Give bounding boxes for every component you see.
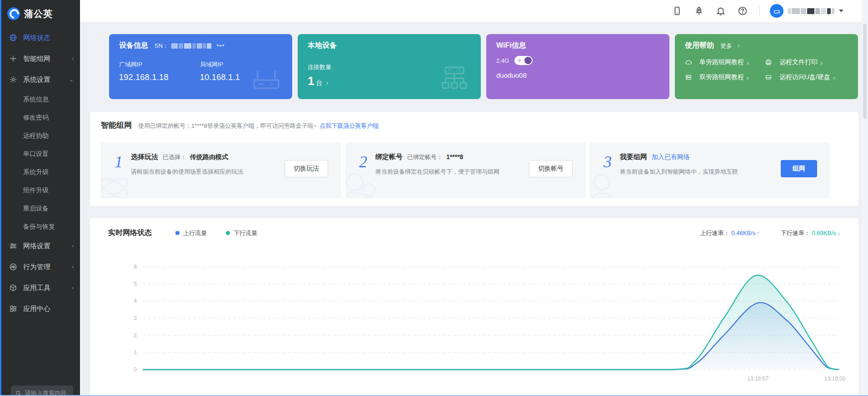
sliders-icon: [9, 242, 17, 250]
step-meta-value: 1****8: [446, 153, 463, 160]
wifi-info-card: WiFi信息 2.4G duoduo08: [486, 34, 669, 99]
svg-text:5: 5: [134, 281, 137, 287]
step-action-button[interactable]: 切换帐号: [529, 160, 573, 177]
grid-icon: [9, 305, 17, 313]
sn-masked-value: [171, 43, 212, 49]
sidebar-item-network-settings[interactable]: 网络设置›: [0, 236, 80, 256]
sidebar-item-label: 智能组网: [23, 55, 72, 63]
rocket-icon[interactable]: [694, 6, 704, 16]
step-number: 3: [604, 154, 612, 198]
sidebar-item-label: 网络设置: [23, 242, 72, 251]
wifi-toggle[interactable]: [514, 56, 533, 65]
sidebar-item-label: 网络状态: [23, 34, 74, 42]
chevron-down-icon[interactable]: [839, 10, 843, 12]
svg-text:13:19:00: 13:19:00: [824, 376, 846, 382]
wifi-band-label: 2.4G: [496, 57, 509, 64]
help-link-label: 远程文件打印: [779, 58, 818, 66]
step-meta-value: 传统路由模式: [190, 153, 228, 161]
local-devices-card: 本地设备 连接数量 1 台 ›: [298, 34, 481, 99]
help-link[interactable]: 双旁路组网教程›: [685, 73, 765, 81]
window-edge-left: [0, 0, 1, 396]
sidebar-nav: 网络状态智能组网›系统设置⌄系统信息修改密码远程协助串口设置系统升级组件升级重启…: [0, 27, 80, 319]
join-network-link[interactable]: 加入已有网络: [652, 153, 690, 161]
sidebar-item-label: 行为管理: [23, 263, 72, 271]
topbar-divider: [759, 6, 760, 16]
smart-network-panel: 智能组网 使用已绑定的帐号：1****8登录蒲公英客户端，即可访问旁路盒子啦~ …: [90, 112, 858, 206]
toggle-knob: [524, 57, 532, 64]
sidebar-item-label: 系统设置: [23, 75, 69, 84]
scrollbar-thumb[interactable]: [863, 24, 867, 119]
box-icon: [9, 284, 17, 292]
sidebar-subitem[interactable]: 系统信息: [0, 90, 80, 108]
device-info-card: 设备信息 SN： 广域网IP 192.168.1.18 局域网IP 10.168…: [109, 34, 292, 99]
setup-steps: 1选择玩法已选择：传统路由模式请根据当前设备的使用场景选择相应的玩法切换玩法2绑…: [101, 143, 830, 198]
connection-count-unit: 台: [316, 79, 322, 87]
chevron-right-icon: ›: [72, 243, 74, 249]
printer-icon: [765, 59, 772, 66]
main-content: 设备信息 SN： 广域网IP 192.168.1.18 局域网IP 10.168…: [80, 22, 862, 396]
sidebar-item-behavior-management[interactable]: 行为管理›: [0, 256, 80, 277]
chevron-right-icon: ›: [72, 285, 74, 291]
network-tree-bg-icon: [440, 65, 469, 91]
chevron-right-icon: ›: [738, 41, 740, 49]
smartnet-title: 智能组网: [101, 120, 132, 130]
chevron-right-icon: ›: [72, 264, 74, 270]
sidebar-subitem[interactable]: 远程协助: [0, 126, 80, 145]
sidebar-subitem[interactable]: 组件升级: [0, 181, 80, 199]
svg-text:13:18:57: 13:18:57: [747, 376, 768, 382]
sidebar-search-input[interactable]: 请输入搜索内容: [11, 386, 73, 396]
sidebar-subitem[interactable]: 串口设置: [0, 145, 80, 163]
help-link[interactable]: 单旁路组网教程›: [685, 58, 765, 66]
setup-step-1: 1选择玩法已选择：传统路由模式请根据当前设备的使用场景选择相应的玩法切换玩法: [101, 143, 341, 198]
local-card-title: 本地设备: [308, 41, 471, 50]
topbar: [80, 0, 862, 22]
bell-icon[interactable]: [716, 6, 726, 16]
smartnet-subtitle: 使用已绑定的帐号：1****8登录蒲公英客户端，即可访问旁路盒子啦~: [138, 122, 317, 130]
help-card-title: 使用帮助: [685, 41, 714, 50]
chevron-right-icon: ›: [72, 55, 74, 62]
sidebar-item-label: 应用工具: [23, 284, 72, 292]
brand-logo-icon: [7, 7, 20, 20]
sidebar-subitem[interactable]: 系统升级: [0, 163, 80, 181]
chevron-right-icon: ›: [820, 59, 823, 66]
sn-label: SN：: [155, 42, 169, 50]
user-name-masked[interactable]: [788, 8, 835, 14]
sidebar-item-app-tools[interactable]: 应用工具›: [0, 277, 80, 298]
sidebar-item-system-settings[interactable]: 系统设置⌄: [0, 69, 80, 90]
help-links-grid: 单旁路组网教程›远程文件打印›双旁路组网教程›远程访问U盘/硬盘›: [685, 58, 848, 81]
svg-text:6: 6: [134, 264, 137, 270]
help-icon[interactable]: [738, 6, 748, 16]
sidebar-item-network-status[interactable]: 网络状态: [0, 27, 80, 48]
disk-icon: [765, 74, 772, 81]
svg-text:1: 1: [134, 349, 137, 356]
svg-text:0: 0: [134, 366, 137, 373]
help-link[interactable]: 远程文件打印›: [765, 58, 848, 66]
sidebar-subitem[interactable]: 备份与恢复: [0, 217, 80, 236]
sidebar-submenu: 系统信息修改密码远程协助串口设置系统升级组件升级重启设备备份与恢复: [0, 90, 80, 236]
help-link-label: 单旁路组网教程: [699, 58, 744, 66]
router-avatar-icon: [773, 7, 781, 15]
wan-ip-value: 192.168.1.18: [119, 73, 200, 82]
sidebar-item-smart-network[interactable]: 智能组网›: [0, 48, 80, 69]
wan-ip-label: 广域网IP: [119, 60, 200, 69]
brand-logo: 蒲公英: [0, 0, 80, 27]
user-avatar[interactable]: [770, 4, 783, 18]
connection-count: 1: [308, 74, 314, 88]
mobile-app-icon[interactable]: [672, 6, 682, 16]
step-action-button[interactable]: 切换玩法: [284, 160, 328, 177]
sidebar-subitem[interactable]: 重启设备: [0, 199, 80, 217]
sidebar-item-app-center[interactable]: 应用中心: [0, 298, 80, 319]
svg-text:3: 3: [134, 315, 137, 321]
sidebar: 蒲公英 网络状态智能组网›系统设置⌄系统信息修改密码远程协助串口设置系统升级组件…: [0, 0, 80, 396]
help-more-link[interactable]: 更多 ›: [720, 41, 740, 50]
download-client-link[interactable]: 点我下载蒲公英客户端: [319, 122, 379, 130]
scrollbar[interactable]: [862, 0, 868, 396]
step-action-button[interactable]: 组网: [781, 160, 817, 177]
svg-text:2: 2: [134, 332, 137, 339]
link-icon: [9, 263, 17, 271]
help-link[interactable]: 远程访问U盘/硬盘›: [765, 73, 848, 81]
sidebar-subitem[interactable]: 修改密码: [0, 108, 80, 126]
eye-closed-icon[interactable]: [216, 43, 225, 49]
sidebar-item-label: 应用中心: [23, 305, 74, 313]
brand-name: 蒲公英: [24, 8, 53, 20]
